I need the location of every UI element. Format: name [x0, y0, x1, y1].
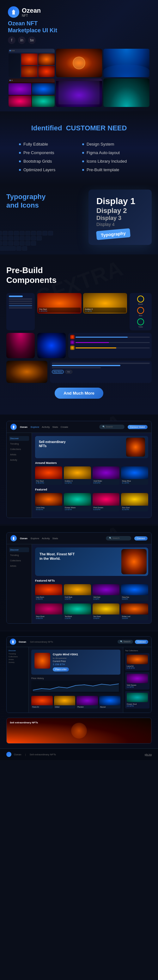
- nft-card-grid-5[interactable]: Neon Ghost 0.45 ETH: [35, 603, 62, 620]
- facebook-icon[interactable]: f: [8, 37, 16, 44]
- nft-info-2: Golden X 1.2 ETH: [64, 479, 91, 485]
- nft-card-grid-2[interactable]: Gold Mask 1.5 ETH: [64, 584, 91, 601]
- heading-customer-need: CUSTOMER NEED: [66, 124, 127, 132]
- nft-img-7: [93, 493, 120, 506]
- feature-label-5: Design System: [87, 142, 114, 146]
- detail-nft-3[interactable]: Phantom: [76, 696, 98, 708]
- page-sidebar-2: Discover Trending Collections Artists: [6, 544, 32, 624]
- nft-img-2: [64, 466, 91, 479]
- bid-button-3[interactable]: Place a Bid: [53, 667, 69, 671]
- nft-card-grid-4[interactable]: Deep Sea 0.9 ETH: [121, 584, 148, 601]
- page-mockup-3: Ozean Sell extraordinary NFTs 🔍 Search C…: [6, 636, 152, 713]
- header-section: Ozean NFT Ozean NFT Marketplace UI Kit f…: [0, 0, 158, 111]
- and-more-button[interactable]: And Much More: [55, 388, 103, 399]
- search-3[interactable]: 🔍 Search: [118, 640, 133, 644]
- sidebar-activity[interactable]: Activity: [9, 458, 29, 462]
- sidebar3-trending[interactable]: Trending: [8, 653, 27, 655]
- sidebar3-artists[interactable]: Artists: [8, 659, 27, 660]
- search-bar-2[interactable]: 🔍 Search: [106, 536, 131, 541]
- twitter-icon[interactable]: tw: [28, 37, 36, 44]
- nav-create[interactable]: Create: [61, 426, 68, 428]
- screenshot-preview-grid: [8, 49, 150, 107]
- sidebar3-discover[interactable]: Discover: [8, 650, 27, 652]
- panel-card-2[interactable]: Void Space 1.2 ETH: [125, 672, 150, 689]
- nft-card-2[interactable]: Golden X 1.2 ETH: [64, 466, 91, 485]
- nft-img-4: [121, 466, 148, 479]
- detail-nft-title: Crypto Mind #3041: [53, 653, 117, 656]
- detail-hero-3: Crypto Mind #3041 by @cryptoartist Curre…: [31, 650, 120, 675]
- sidebar-panel-component: [6, 293, 35, 330]
- nav-activity[interactable]: Activity: [42, 426, 50, 428]
- nft-card-3[interactable]: Void Rider 0.8 ETH: [93, 466, 120, 485]
- nft-card-grid-3[interactable]: Void Gate 2.2 ETH: [93, 584, 120, 601]
- footer-sep: |: [25, 753, 26, 756]
- price-chart: [31, 681, 120, 693]
- panel-card-1[interactable]: Lava Art 0.45 ETH: [125, 653, 150, 671]
- feature-4: Optimized Layers: [19, 167, 76, 172]
- nft-card-grid-1[interactable]: Lava Storm 0.78 ETH: [35, 584, 62, 601]
- nft-info-4: Deep Blue 2.1 ETH: [121, 479, 148, 485]
- nft-card-1[interactable]: Fire Soul 0.45 ETH: [35, 466, 62, 485]
- nft-info-1: Fire Soul 0.45 ETH: [35, 479, 62, 485]
- sidebar2-collections[interactable]: Collections: [9, 558, 29, 563]
- instagram-icon[interactable]: in: [18, 37, 25, 44]
- nft-price-1: 0.45 ETH: [36, 482, 61, 484]
- knobs-panel-component: Master Bass Treble: [130, 293, 152, 330]
- sidebar-discover[interactable]: Discover: [9, 436, 29, 441]
- feature-label-8: Pre-Built template: [87, 167, 119, 172]
- panel-card-3[interactable]: Ocean Soul 2.0 ETH: [125, 691, 150, 708]
- page-mockup-section-1: GFXTRA Ozean Explore Activity Stats Crea…: [0, 415, 158, 524]
- detail-nft-2[interactable]: Gilded: [54, 696, 76, 708]
- nft-card-8[interactable]: Sun God 3.2 ETH: [121, 493, 148, 511]
- nft-card-grid-6[interactable]: Teal Monk 1.1 ETH: [64, 603, 91, 620]
- display-3: Display 3: [96, 215, 144, 222]
- nav2-stats[interactable]: Stats: [52, 537, 58, 540]
- nft-cards-row-1: Fire Soul 0.45 ETH Golden X 1.2 ETH: [35, 466, 148, 485]
- detail-nft-1[interactable]: Flame Art: [31, 696, 53, 708]
- detail-info-3: Crypto Mind #3041 by @cryptoartist Curre…: [53, 653, 117, 671]
- detail-creator: by @cryptoartist: [53, 657, 117, 659]
- display-1: Display 1: [96, 196, 144, 207]
- nav-explore[interactable]: Explore: [31, 426, 39, 428]
- nft-price-7: 0.3 ETH: [93, 509, 119, 511]
- typography-tag: Typography: [96, 228, 131, 240]
- sidebar3-collections[interactable]: Collections: [8, 655, 27, 657]
- sidebar-collections[interactable]: Collections: [9, 447, 29, 452]
- page-main-1: Sell extraordinary NFTs Around Masters F…: [32, 433, 152, 518]
- sidebar2-discover[interactable]: Discover: [9, 547, 29, 552]
- page-logo-3: [10, 639, 16, 645]
- nft-card-4[interactable]: Deep Blue 2.1 ETH: [121, 466, 148, 485]
- hero-title-2: The Most. Finest NFTin the World.: [40, 552, 81, 561]
- wide-sidebar-3: Discover Trending Collections Artists Ac…: [6, 647, 29, 713]
- footer-link[interactable]: gfx.tra: [145, 753, 152, 756]
- hero-banner-2: The Most. Finest NFTin the World.: [35, 547, 148, 576]
- connect-3[interactable]: Connect: [135, 640, 148, 644]
- prebuild-line2: Components: [6, 275, 57, 285]
- detail-nft-img: [35, 653, 50, 669]
- feature-1: Fully Editable: [19, 142, 76, 146]
- connect-wallet-btn-2[interactable]: Connect: [134, 536, 148, 541]
- bullet-3: [19, 161, 21, 162]
- panel-price-2: 1.2 ETH: [127, 686, 148, 688]
- panel-img-3: [127, 693, 148, 702]
- prebuild-title: Pre-Build Components: [6, 266, 152, 285]
- nav2-activity[interactable]: Activity: [42, 537, 50, 540]
- nft-card-7[interactable]: Pink Dream 0.3 ETH: [93, 493, 120, 511]
- search-bar-1[interactable]: 🔍 Search: [99, 425, 125, 429]
- sidebar-artists[interactable]: Artists: [9, 452, 29, 457]
- comp-pink-card: [6, 333, 35, 358]
- sidebar2-artists[interactable]: Artists: [9, 563, 29, 568]
- page-logo-small-1: [10, 424, 17, 430]
- nft-card-5[interactable]: Lava King 0.6 ETH: [35, 493, 62, 511]
- sidebar3-activity[interactable]: Activity: [8, 661, 27, 663]
- feature-label-2: Pre Components: [24, 150, 54, 155]
- nav-stats[interactable]: Stats: [52, 426, 58, 428]
- nft-card-grid-8[interactable]: Ember Lord 2.8 ETH: [121, 603, 148, 620]
- nft-card-6[interactable]: Ocean Wave 1.5 ETH: [64, 493, 91, 511]
- detail-nft-4[interactable]: Abyssal: [99, 696, 121, 708]
- sidebar-trending[interactable]: Trending: [9, 441, 29, 446]
- sidebar2-trending[interactable]: Trending: [9, 553, 29, 558]
- nav2-explore[interactable]: Explore: [31, 537, 39, 540]
- connect-wallet-btn[interactable]: Connect Wallet: [128, 425, 148, 429]
- nft-card-grid-7[interactable]: Sun Priest 3.4 ETH: [93, 603, 120, 620]
